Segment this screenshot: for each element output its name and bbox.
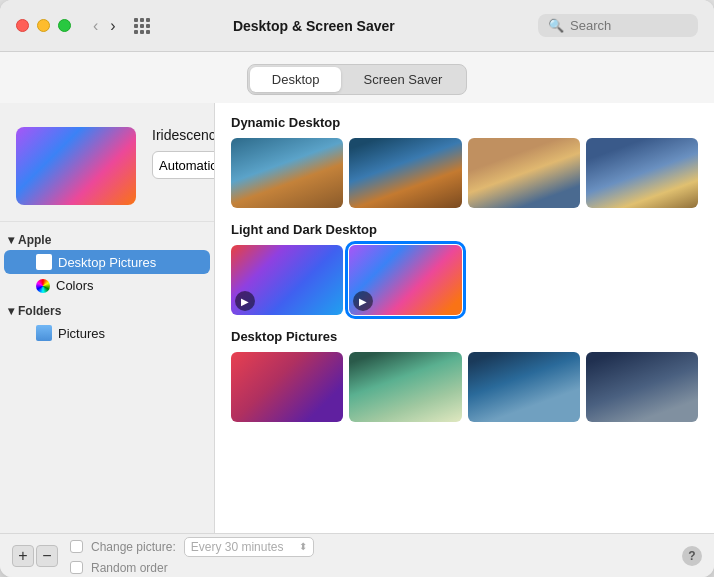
search-icon: 🔍: [548, 18, 564, 33]
dynamic-thumb-grid: [231, 138, 698, 208]
sidebar-folders-section: ▾ Folders Pictures: [0, 301, 214, 345]
sidebar-item-label-pictures: Pictures: [58, 326, 105, 341]
dropdown-row: Automatic Light Dark: [152, 151, 215, 179]
remove-button[interactable]: −: [36, 545, 58, 567]
apple-group-label: Apple: [18, 233, 51, 247]
preview-thumbnail: [16, 127, 136, 205]
colors-icon: [36, 279, 50, 293]
preview-info: Iridescence Automatic Light Dark: [152, 127, 215, 179]
folders-group-header[interactable]: ▾ Folders: [0, 301, 214, 321]
preview-area: Iridescence Automatic Light Dark: [0, 111, 214, 213]
tab-group: Desktop Screen Saver: [247, 64, 467, 95]
play-icon-1: ▶: [235, 291, 255, 311]
sidebar-item-label-colors: Colors: [56, 278, 94, 293]
thumb-dynamic-1[interactable]: [231, 138, 343, 208]
thumb-dark-2[interactable]: ▶: [349, 245, 461, 315]
sidebar: Iridescence Automatic Light Dark ▾ Apple: [0, 103, 215, 533]
section-title-desktop-pictures: Desktop Pictures: [231, 329, 698, 344]
close-button[interactable]: [16, 19, 29, 32]
section-title-light-dark: Light and Dark Desktop: [231, 222, 698, 237]
bottom-bar: + − Change picture: Every 30 minutes ⬍ R…: [0, 533, 714, 577]
random-order-label: Random order: [91, 561, 168, 575]
thumb-dynamic-2[interactable]: [349, 138, 461, 208]
preview-name: Iridescence: [152, 127, 215, 143]
thumb-dp-2[interactable]: [349, 352, 461, 422]
automatic-dropdown[interactable]: Automatic Light Dark: [152, 151, 215, 179]
content-area: Dynamic Desktop Light and Dark Desktop ▶…: [215, 103, 714, 533]
add-button[interactable]: +: [12, 545, 34, 567]
window-title: Desktop & Screen Saver: [100, 18, 528, 34]
thumb-light-1[interactable]: ▶: [231, 245, 343, 315]
sidebar-divider: [0, 221, 214, 222]
titlebar: ‹ › Desktop & Screen Saver 🔍: [0, 0, 714, 52]
interval-label: Every 30 minutes: [191, 540, 284, 554]
light-dark-thumb-grid: ▶ ▶: [231, 245, 698, 315]
folder-icon: [36, 254, 52, 270]
tab-desktop[interactable]: Desktop: [250, 67, 342, 92]
bottom-options: Change picture: Every 30 minutes ⬍ Rando…: [70, 537, 670, 575]
thumb-dynamic-4[interactable]: [586, 138, 698, 208]
help-button[interactable]: ?: [682, 546, 702, 566]
main-window: ‹ › Desktop & Screen Saver 🔍 Desktop Scr…: [0, 0, 714, 577]
tab-screensaver[interactable]: Screen Saver: [341, 67, 464, 92]
minimize-button[interactable]: [37, 19, 50, 32]
search-input[interactable]: [570, 18, 688, 33]
folders-chevron: ▾: [8, 304, 14, 318]
random-order-checkbox[interactable]: [70, 561, 83, 574]
sidebar-item-desktop-pictures[interactable]: Desktop Pictures: [4, 250, 210, 274]
traffic-lights: [16, 19, 71, 32]
thumb-dynamic-3[interactable]: [468, 138, 580, 208]
folders-group-label: Folders: [18, 304, 61, 318]
sidebar-apple-section: ▾ Apple Desktop Pictures Colors: [0, 230, 214, 297]
interval-chevron: ⬍: [299, 541, 307, 552]
maximize-button[interactable]: [58, 19, 71, 32]
change-picture-label: Change picture:: [91, 540, 176, 554]
apple-chevron: ▾: [8, 233, 14, 247]
interval-select[interactable]: Every 30 minutes ⬍: [184, 537, 314, 557]
apple-group-header[interactable]: ▾ Apple: [0, 230, 214, 250]
add-remove-buttons: + −: [12, 545, 58, 567]
search-box[interactable]: 🔍: [538, 14, 698, 37]
section-desktop-pictures: Desktop Pictures: [231, 329, 698, 422]
play-icon-2: ▶: [353, 291, 373, 311]
thumb-dp-3[interactable]: [468, 352, 580, 422]
section-dynamic: Dynamic Desktop: [231, 115, 698, 208]
desktop-pictures-thumb-grid: [231, 352, 698, 422]
sidebar-item-pictures[interactable]: Pictures: [4, 321, 210, 345]
tabs-bar: Desktop Screen Saver: [0, 52, 714, 103]
change-picture-checkbox[interactable]: [70, 540, 83, 553]
main-content: Iridescence Automatic Light Dark ▾ Apple: [0, 103, 714, 533]
pictures-folder-icon: [36, 325, 52, 341]
random-order-row: Random order: [70, 561, 670, 575]
sidebar-item-colors[interactable]: Colors: [4, 274, 210, 297]
change-picture-row: Change picture: Every 30 minutes ⬍: [70, 537, 670, 557]
sidebar-item-label-desktop-pictures: Desktop Pictures: [58, 255, 156, 270]
section-light-dark: Light and Dark Desktop ▶ ▶: [231, 222, 698, 315]
thumb-dp-1[interactable]: [231, 352, 343, 422]
thumb-dp-4[interactable]: [586, 352, 698, 422]
section-title-dynamic: Dynamic Desktop: [231, 115, 698, 130]
